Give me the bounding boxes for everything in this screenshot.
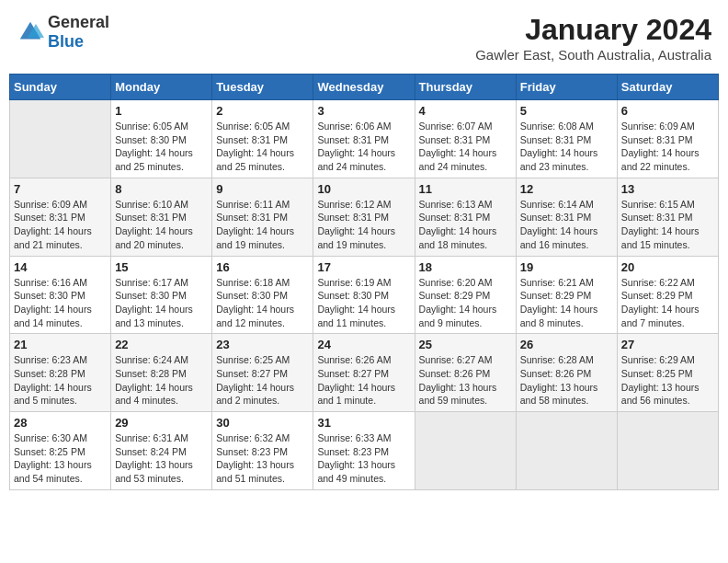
day-info: Sunrise: 6:06 AMSunset: 8:31 PMDaylight:… xyxy=(317,120,410,174)
day-number: 24 xyxy=(317,338,410,351)
calendar-week-4: 21Sunrise: 6:23 AMSunset: 8:28 PMDayligh… xyxy=(10,334,719,412)
day-number: 20 xyxy=(621,260,714,274)
day-number: 14 xyxy=(14,260,107,274)
calendar-cell: 23Sunrise: 6:25 AMSunset: 8:27 PMDayligh… xyxy=(212,334,313,412)
day-info: Sunrise: 6:12 AMSunset: 8:31 PMDaylight:… xyxy=(317,198,410,252)
day-header-friday: Friday xyxy=(516,75,617,100)
day-info: Sunrise: 6:11 AMSunset: 8:31 PMDaylight:… xyxy=(216,198,309,252)
page-header: General Blue January 2024 Gawler East, S… xyxy=(9,9,719,66)
day-number: 27 xyxy=(621,338,714,351)
day-info: Sunrise: 6:20 AMSunset: 8:29 PMDaylight:… xyxy=(419,276,512,330)
calendar-cell xyxy=(415,412,516,490)
calendar-cell: 4Sunrise: 6:07 AMSunset: 8:31 PMDaylight… xyxy=(415,100,516,178)
day-number: 9 xyxy=(216,182,309,196)
day-info: Sunrise: 6:29 AMSunset: 8:25 PMDaylight:… xyxy=(621,353,714,408)
day-number: 22 xyxy=(115,338,208,351)
calendar-cell: 27Sunrise: 6:29 AMSunset: 8:25 PMDayligh… xyxy=(617,334,718,412)
day-number: 26 xyxy=(520,338,613,351)
title-block: January 2024 Gawler East, South Australi… xyxy=(475,13,711,63)
calendar-cell: 11Sunrise: 6:13 AMSunset: 8:31 PMDayligh… xyxy=(415,178,516,256)
calendar-cell: 31Sunrise: 6:33 AMSunset: 8:23 PMDayligh… xyxy=(313,412,415,490)
calendar-cell: 8Sunrise: 6:10 AMSunset: 8:31 PMDaylight… xyxy=(111,178,212,256)
day-number: 18 xyxy=(419,260,512,274)
day-number: 5 xyxy=(520,104,613,118)
day-info: Sunrise: 6:15 AMSunset: 8:31 PMDaylight:… xyxy=(621,198,714,252)
day-header-saturday: Saturday xyxy=(617,75,718,100)
calendar-table: SundayMondayTuesdayWednesdayThursdayFrid… xyxy=(9,74,719,490)
calendar-cell: 3Sunrise: 6:06 AMSunset: 8:31 PMDaylight… xyxy=(313,100,415,178)
day-info: Sunrise: 6:21 AMSunset: 8:29 PMDaylight:… xyxy=(520,276,613,330)
day-number: 29 xyxy=(115,416,208,430)
day-number: 16 xyxy=(216,260,309,274)
calendar-cell: 20Sunrise: 6:22 AMSunset: 8:29 PMDayligh… xyxy=(617,256,718,334)
day-info: Sunrise: 6:05 AMSunset: 8:31 PMDaylight:… xyxy=(216,120,309,174)
day-number: 30 xyxy=(216,416,309,430)
day-number: 12 xyxy=(520,182,613,196)
calendar-cell: 22Sunrise: 6:24 AMSunset: 8:28 PMDayligh… xyxy=(111,334,212,412)
logo: General Blue xyxy=(17,13,109,52)
calendar-cell: 1Sunrise: 6:05 AMSunset: 8:30 PMDaylight… xyxy=(111,100,212,178)
calendar-cell: 2Sunrise: 6:05 AMSunset: 8:31 PMDaylight… xyxy=(212,100,313,178)
calendar-cell: 28Sunrise: 6:30 AMSunset: 8:25 PMDayligh… xyxy=(10,412,111,490)
day-info: Sunrise: 6:14 AMSunset: 8:31 PMDaylight:… xyxy=(520,198,613,252)
day-number: 1 xyxy=(115,104,208,118)
calendar-cell: 13Sunrise: 6:15 AMSunset: 8:31 PMDayligh… xyxy=(617,178,718,256)
calendar-cell: 24Sunrise: 6:26 AMSunset: 8:27 PMDayligh… xyxy=(313,334,415,412)
calendar-cell: 26Sunrise: 6:28 AMSunset: 8:26 PMDayligh… xyxy=(516,334,617,412)
day-info: Sunrise: 6:07 AMSunset: 8:31 PMDaylight:… xyxy=(419,120,512,174)
day-info: Sunrise: 6:22 AMSunset: 8:29 PMDaylight:… xyxy=(621,276,714,330)
day-number: 15 xyxy=(115,260,208,274)
calendar-cell: 17Sunrise: 6:19 AMSunset: 8:30 PMDayligh… xyxy=(313,256,415,334)
day-number: 25 xyxy=(419,338,512,351)
day-info: Sunrise: 6:09 AMSunset: 8:31 PMDaylight:… xyxy=(621,120,714,174)
calendar-week-5: 28Sunrise: 6:30 AMSunset: 8:25 PMDayligh… xyxy=(10,412,719,490)
day-number: 8 xyxy=(115,182,208,196)
day-info: Sunrise: 6:31 AMSunset: 8:24 PMDaylight:… xyxy=(115,431,208,486)
day-number: 17 xyxy=(317,260,410,274)
day-number: 10 xyxy=(317,182,410,196)
day-info: Sunrise: 6:13 AMSunset: 8:31 PMDaylight:… xyxy=(419,198,512,252)
location-subtitle: Gawler East, South Australia, Australia xyxy=(475,47,711,63)
day-info: Sunrise: 6:23 AMSunset: 8:28 PMDaylight:… xyxy=(14,353,107,408)
day-number: 11 xyxy=(419,182,512,196)
day-number: 6 xyxy=(621,104,714,118)
calendar-week-2: 7Sunrise: 6:09 AMSunset: 8:31 PMDaylight… xyxy=(10,178,719,256)
calendar-cell: 12Sunrise: 6:14 AMSunset: 8:31 PMDayligh… xyxy=(516,178,617,256)
day-info: Sunrise: 6:19 AMSunset: 8:30 PMDaylight:… xyxy=(317,276,410,330)
calendar-cell: 5Sunrise: 6:08 AMSunset: 8:31 PMDaylight… xyxy=(516,100,617,178)
calendar-week-3: 14Sunrise: 6:16 AMSunset: 8:30 PMDayligh… xyxy=(10,256,719,334)
day-info: Sunrise: 6:09 AMSunset: 8:31 PMDaylight:… xyxy=(14,198,107,252)
calendar-cell: 7Sunrise: 6:09 AMSunset: 8:31 PMDaylight… xyxy=(10,178,111,256)
day-header-tuesday: Tuesday xyxy=(212,75,313,100)
day-header-thursday: Thursday xyxy=(415,75,516,100)
calendar-cell xyxy=(617,412,718,490)
day-info: Sunrise: 6:26 AMSunset: 8:27 PMDaylight:… xyxy=(317,353,410,408)
calendar-cell: 29Sunrise: 6:31 AMSunset: 8:24 PMDayligh… xyxy=(111,412,212,490)
calendar-cell: 6Sunrise: 6:09 AMSunset: 8:31 PMDaylight… xyxy=(617,100,718,178)
day-number: 28 xyxy=(14,416,107,430)
calendar-cell: 25Sunrise: 6:27 AMSunset: 8:26 PMDayligh… xyxy=(415,334,516,412)
calendar-cell: 16Sunrise: 6:18 AMSunset: 8:30 PMDayligh… xyxy=(212,256,313,334)
calendar-cell: 9Sunrise: 6:11 AMSunset: 8:31 PMDaylight… xyxy=(212,178,313,256)
day-info: Sunrise: 6:10 AMSunset: 8:31 PMDaylight:… xyxy=(115,198,208,252)
logo-icon xyxy=(17,18,44,46)
calendar-cell: 15Sunrise: 6:17 AMSunset: 8:30 PMDayligh… xyxy=(111,256,212,334)
day-info: Sunrise: 6:05 AMSunset: 8:30 PMDaylight:… xyxy=(115,120,208,174)
day-info: Sunrise: 6:33 AMSunset: 8:23 PMDaylight:… xyxy=(317,431,410,486)
day-info: Sunrise: 6:32 AMSunset: 8:23 PMDaylight:… xyxy=(216,431,309,486)
day-info: Sunrise: 6:08 AMSunset: 8:31 PMDaylight:… xyxy=(520,120,613,174)
day-number: 13 xyxy=(621,182,714,196)
calendar-cell: 21Sunrise: 6:23 AMSunset: 8:28 PMDayligh… xyxy=(10,334,111,412)
day-info: Sunrise: 6:17 AMSunset: 8:30 PMDaylight:… xyxy=(115,276,208,330)
day-header-monday: Monday xyxy=(111,75,212,100)
month-year-title: January 2024 xyxy=(475,13,711,47)
calendar-cell: 14Sunrise: 6:16 AMSunset: 8:30 PMDayligh… xyxy=(10,256,111,334)
day-number: 21 xyxy=(14,338,107,351)
logo-blue-text: Blue xyxy=(48,32,84,51)
calendar-cell: 10Sunrise: 6:12 AMSunset: 8:31 PMDayligh… xyxy=(313,178,415,256)
day-info: Sunrise: 6:28 AMSunset: 8:26 PMDaylight:… xyxy=(520,353,613,408)
day-number: 7 xyxy=(14,182,107,196)
day-header-sunday: Sunday xyxy=(10,75,111,100)
calendar-week-1: 1Sunrise: 6:05 AMSunset: 8:30 PMDaylight… xyxy=(10,100,719,178)
day-info: Sunrise: 6:18 AMSunset: 8:30 PMDaylight:… xyxy=(216,276,309,330)
